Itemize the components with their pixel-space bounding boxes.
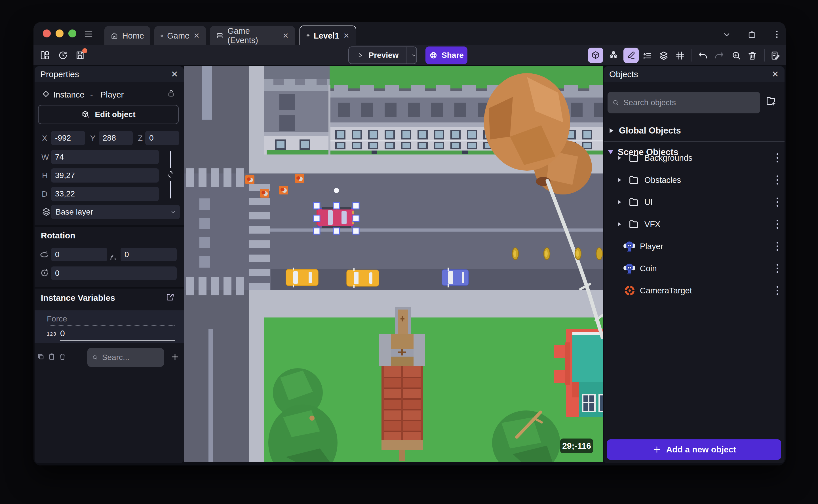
preview-options-chevron-icon[interactable]: [411, 52, 417, 59]
macos-minimize-button[interactable]: [56, 29, 64, 37]
variable-value[interactable]: 0: [60, 329, 65, 338]
folder-label: VFX: [644, 220, 660, 229]
tab-game[interactable]: Game ✕: [154, 26, 206, 45]
3d-view-icon: [591, 50, 601, 60]
row-menu-icon[interactable]: [777, 153, 778, 162]
paste-icon[interactable]: [48, 353, 56, 361]
tab-game-events[interactable]: Game (Events) ✕: [210, 26, 295, 45]
z-field[interactable]: [145, 131, 179, 145]
tab-label: Game (Events): [227, 26, 278, 45]
redo-icon[interactable]: [714, 50, 724, 61]
close-icon[interactable]: ✕: [171, 70, 178, 79]
tab-home[interactable]: Home: [104, 26, 150, 45]
object-item-cameratarget[interactable]: CameraTarget: [604, 279, 785, 302]
tool-3d-view-active[interactable]: [588, 48, 603, 63]
tool-objects[interactable]: [606, 48, 621, 63]
h-field[interactable]: [51, 168, 159, 183]
object-item-coin[interactable]: Coin: [604, 257, 785, 279]
rotate-z-icon: [39, 268, 50, 278]
layer-select[interactable]: Base layer: [51, 205, 180, 219]
search-icon: [92, 354, 98, 361]
y-field[interactable]: [99, 131, 133, 145]
plus-icon: [652, 445, 662, 454]
variables-search-input[interactable]: [101, 353, 159, 362]
rotation-z-field[interactable]: [51, 266, 177, 280]
tab-close-icon[interactable]: ✕: [193, 32, 200, 39]
edit-object-button[interactable]: 3D Edit object: [38, 105, 179, 124]
close-icon[interactable]: ✕: [772, 70, 779, 79]
tool-edit-active[interactable]: [624, 48, 639, 63]
global-objects-group[interactable]: Global Objects: [604, 123, 785, 138]
row-menu-icon[interactable]: [777, 242, 778, 251]
divider: [604, 141, 785, 142]
row-menu-icon[interactable]: [777, 286, 778, 295]
events-sheet-icon: [216, 32, 223, 40]
chevron-right-icon[interactable]: [617, 155, 622, 160]
undo-icon[interactable]: [698, 50, 708, 61]
rotation-y-field[interactable]: [120, 248, 177, 261]
objects-search-input[interactable]: [623, 98, 756, 107]
row-menu-icon[interactable]: [777, 175, 778, 185]
extensions-icon[interactable]: [747, 29, 757, 39]
variables-search[interactable]: [87, 348, 164, 367]
scene-editor-canvas[interactable]: 29;-116: [184, 66, 603, 462]
chevron-right-icon[interactable]: [617, 222, 622, 227]
history-icon[interactable]: [58, 50, 68, 60]
tab-level1[interactable]: Level1 ✕: [299, 26, 356, 45]
object-folder-obstacles[interactable]: Obstacles: [604, 169, 785, 191]
variable-row[interactable]: Force 123 0: [35, 310, 184, 343]
layout-panels-icon[interactable]: [40, 50, 50, 60]
row-menu-icon[interactable]: [777, 220, 778, 229]
zoom-in-icon[interactable]: [731, 50, 741, 61]
object-folder-ui[interactable]: UI: [604, 191, 785, 213]
copy-icon[interactable]: [37, 353, 45, 361]
objects-search[interactable]: [608, 92, 760, 113]
folder-icon: [628, 196, 639, 208]
notes-edit-icon[interactable]: [770, 50, 781, 61]
object-folder-vfx[interactable]: VFX: [604, 213, 785, 235]
car-yellow[interactable]: [286, 268, 318, 287]
tab-close-icon[interactable]: ✕: [282, 32, 289, 39]
object-folder-backgrounds[interactable]: Backgrounds: [604, 147, 785, 169]
object-item-player[interactable]: Player: [604, 235, 785, 257]
row-menu-icon[interactable]: [777, 264, 778, 273]
link-line: [170, 181, 171, 198]
chevron-down-icon[interactable]: [722, 30, 731, 39]
add-new-object-button[interactable]: Add a new object: [607, 439, 781, 460]
edit-object-label: Edit object: [95, 110, 135, 119]
layers-icon[interactable]: [659, 50, 669, 61]
properties-panel: Properties ✕ Instance - Player 3D Edit o…: [35, 66, 184, 463]
open-external-icon[interactable]: [166, 293, 175, 302]
w-field[interactable]: [51, 150, 159, 164]
car-blue[interactable]: [442, 268, 469, 287]
trash-icon[interactable]: [747, 50, 757, 61]
preview-button-group[interactable]: Preview: [348, 46, 417, 64]
rotation-handle[interactable]: [334, 188, 339, 193]
player-instance-selected[interactable]: [316, 207, 354, 228]
macos-close-button[interactable]: [43, 29, 51, 37]
chevron-right-icon[interactable]: [617, 177, 622, 183]
tab-close-icon[interactable]: ✕: [343, 32, 349, 39]
d-field[interactable]: [51, 187, 159, 201]
trash-icon[interactable]: [58, 353, 66, 361]
unlock-icon[interactable]: [167, 89, 175, 98]
x-field[interactable]: [51, 131, 85, 145]
kebab-menu-icon[interactable]: [772, 29, 782, 39]
link-dimensions-icon[interactable]: [166, 170, 175, 179]
w-label: W: [41, 153, 49, 162]
instance-diamond-icon: [41, 90, 50, 99]
share-button[interactable]: Share: [426, 46, 468, 64]
titlebar: Home Game ✕ Game (Events) ✕ Level1 ✕: [33, 22, 786, 45]
section-divider: [35, 225, 184, 227]
rotation-x-field[interactable]: [51, 248, 107, 261]
globe-icon: [429, 51, 438, 60]
add-variable-icon[interactable]: [170, 352, 180, 362]
instance-list-icon[interactable]: [642, 50, 652, 61]
add-folder-icon[interactable]: [765, 95, 777, 107]
grid-icon[interactable]: [675, 50, 685, 61]
car-yellow[interactable]: [346, 268, 379, 288]
chevron-right-icon[interactable]: [617, 200, 622, 205]
macos-zoom-button[interactable]: [68, 29, 76, 37]
hamburger-menu-icon[interactable]: [83, 29, 94, 39]
row-menu-icon[interactable]: [777, 198, 778, 207]
